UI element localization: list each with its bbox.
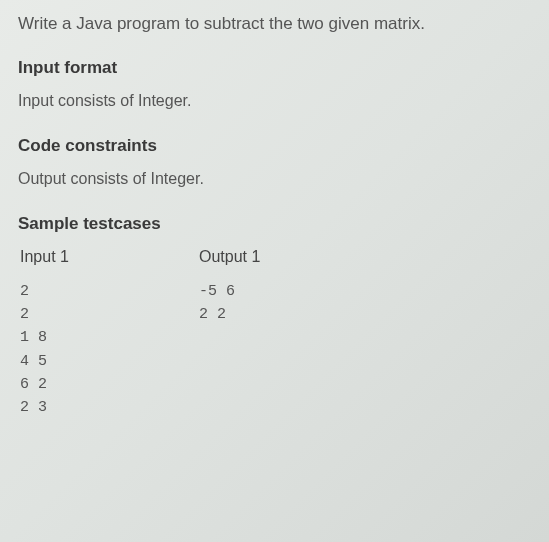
problem-statement: Write a Java program to subtract the two…	[18, 12, 531, 36]
testcase-input-column: Input 1 2 2 1 8 4 5 6 2 2 3	[18, 248, 69, 420]
input-format-heading: Input format	[18, 58, 531, 78]
testcase-row: Input 1 2 2 1 8 4 5 6 2 2 3 Output 1 -5 …	[18, 248, 531, 420]
code-constraints-body: Output consists of Integer.	[18, 170, 531, 188]
output-data: -5 6 2 2	[199, 280, 260, 327]
output-label: Output 1	[199, 248, 260, 266]
input-label: Input 1	[20, 248, 69, 266]
code-constraints-heading: Code constraints	[18, 136, 531, 156]
sample-testcases-heading: Sample testcases	[18, 214, 531, 234]
input-format-body: Input consists of Integer.	[18, 92, 531, 110]
testcase-output-column: Output 1 -5 6 2 2	[199, 248, 260, 420]
input-data: 2 2 1 8 4 5 6 2 2 3	[20, 280, 69, 420]
